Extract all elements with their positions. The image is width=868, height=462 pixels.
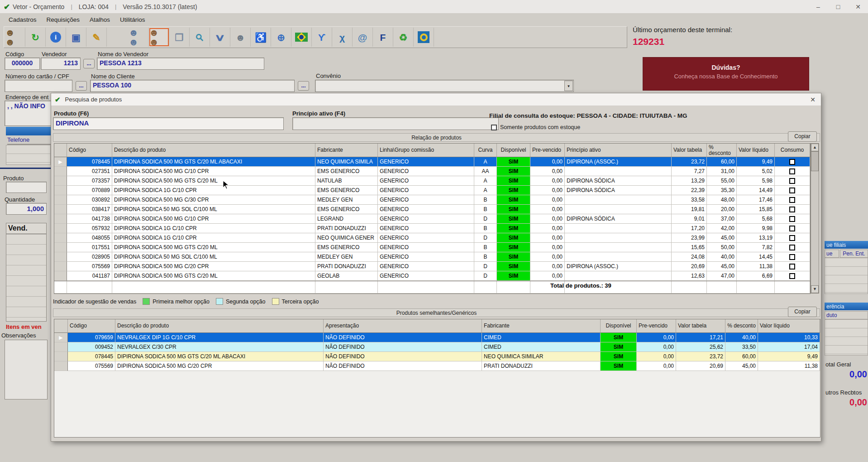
vend-row[interactable] [6,265,46,276]
cell-desc[interactable]: NEVRALGEX C/30 CPR [115,342,324,352]
cell-curva[interactable]: D [474,214,497,224]
cell-prev[interactable]: 0,00 [530,186,565,195]
cell-pdesc[interactable]: 37,00 [707,214,737,224]
cell-princ[interactable] [565,252,672,262]
cell-linha[interactable]: GENERICO [378,214,474,224]
menu-requisições[interactable]: Requisições [42,14,85,25]
cell-ind[interactable] [54,176,67,186]
cell-fab[interactable]: NEO QUIMICA SIMILA [315,157,378,167]
column-header-vtab[interactable]: Valor tabela [672,144,707,157]
recycle-icon[interactable]: ♻ [393,28,414,47]
cell-vliq[interactable]: 9,49 [758,352,820,361]
cell-apres[interactable]: NÃO DEFINIDO [324,342,482,352]
cell-pdesc[interactable]: 40,00 [725,333,758,342]
cell-vtab[interactable]: 23,99 [672,233,707,243]
consumo-checkbox[interactable] [789,273,795,279]
cell-codigo[interactable]: 041738 [67,214,112,224]
column-header-fab[interactable]: Fabricante [315,144,378,157]
minimize-button[interactable]: – [808,0,828,13]
cell-pdesc[interactable]: 60,00 [725,352,758,361]
cell-fab[interactable]: NEO QUIMICA SIMILAR [482,352,601,361]
cell-linha[interactable]: GENERICO [378,176,474,186]
cell-codigo[interactable]: 078445 [67,157,112,167]
cell-cons[interactable] [775,243,810,252]
cell-vtab[interactable]: 25,62 [676,342,725,352]
cell-desc[interactable]: DIPIRONA SODICA 500 MG C/10 CPR [112,214,315,224]
info-icon[interactable]: i [46,28,66,47]
cell-ind[interactable] [54,352,68,361]
similar-row[interactable]: 078445DIPIRONA SODICA 500 MG GTS C/20 ML… [54,352,820,361]
cell-codigo[interactable]: 009452 [68,342,115,352]
brazil-flag-icon[interactable] [291,28,312,47]
save-icon[interactable]: ▣ [66,28,86,47]
product-row[interactable]: 041187DIPIRONA SODICA 500 MG GTS C/20 ML… [54,271,810,281]
cell-linha[interactable]: GENERICO [378,186,474,195]
cell-cons[interactable] [775,262,810,271]
cell-vliq[interactable]: 17,46 [737,195,775,205]
vend-row[interactable] [6,307,46,318]
cell-cons[interactable] [775,176,810,186]
product-row[interactable]: 073357DIPIRONA SODICA 500 MG GTS C/20 ML… [54,176,810,186]
cell-vtab[interactable]: 22,39 [672,186,707,195]
refresh-icon[interactable]: ↻ [25,28,46,47]
cell-princ[interactable] [565,233,672,243]
column-header-pdesc[interactable]: % desconto [707,144,737,157]
cell-curva[interactable]: D [474,262,497,271]
cell-fab[interactable]: EMS GENERICO [315,205,378,214]
cell-vliq[interactable]: 11,38 [737,262,775,271]
cell-prev[interactable]: 0,00 [530,243,565,252]
cell-fab[interactable]: CIMED [482,333,601,342]
cell-vliq[interactable]: 9,49 [737,157,775,167]
product-row[interactable]: 030892DIPIRONA SODICA 500 MG C/30 CPRMED… [54,195,810,205]
book-icon[interactable]: ∨ [210,28,230,47]
cell-prev[interactable]: 0,00 [530,167,565,176]
cell-desc[interactable]: DIPIRONA SODICA 1G C/10 CPR [112,186,315,195]
cell-vtab[interactable]: 13,29 [672,176,707,186]
column-header-fab[interactable]: Fabricante [482,319,601,333]
globe-cart-icon[interactable]: ⊕ [271,28,291,47]
cell-disp[interactable]: SIM [601,352,637,361]
cell-curva[interactable]: D [474,271,497,281]
cell-vtab[interactable]: 9,01 [672,214,707,224]
cell-ind[interactable] [54,233,67,243]
cell-fab[interactable]: PRATI DONADUZZI [315,262,378,271]
cell-linha[interactable]: GENERICO [378,233,474,243]
cartao-cpf-field[interactable] [5,80,72,92]
column-header-desc[interactable]: Descrição do produto [115,319,324,333]
somente-estoque-checkbox[interactable] [491,125,497,130]
cell-cons[interactable] [775,214,810,224]
quantidade-field[interactable]: 1,000 [6,203,47,215]
customers-icon[interactable]: ☻☻ [129,28,149,47]
cell-pdesc[interactable]: 55,00 [707,176,737,186]
column-header-vliq[interactable]: Valor líquido [737,144,775,157]
consumo-checkbox[interactable] [789,226,795,231]
cell-linha[interactable]: GENERICO [378,205,474,214]
cell-prev[interactable]: 0,00 [530,176,565,186]
cell-codigo[interactable]: 078445 [68,352,115,361]
delivery-icon[interactable]: ♿ [251,28,271,47]
cell-pdesc[interactable]: 60,00 [707,157,737,167]
cell-ind[interactable]: ▶ [54,157,67,167]
cell-desc[interactable]: DIPIRONA SODICA 500 MG GTS C/20 ML ABACA… [112,157,315,167]
cell-codigo[interactable]: 017551 [67,243,112,252]
cell-cons[interactable] [775,233,810,243]
cell-fab[interactable]: GEOLAB [315,271,378,281]
vend-row[interactable] [6,297,46,307]
cell-cons[interactable] [775,157,810,167]
consumo-checkbox[interactable] [789,178,795,184]
copiar-button-relacao[interactable]: Copiar [788,131,817,142]
cell-pdesc[interactable]: 48,00 [707,195,737,205]
cell-linha[interactable]: GENERICO [378,243,474,252]
f-logo-icon[interactable]: F [373,28,393,47]
cell-fab[interactable]: CIMED [482,342,601,352]
customers-active-icon[interactable]: ☻☻ [149,28,169,47]
similar-row[interactable]: 075569DIPIRONA SODICA 500 MG C/20 CPRNÃO… [54,361,820,371]
cell-pdesc[interactable]: 50,00 [707,243,737,252]
vend-row[interactable] [6,234,46,245]
cell-linha[interactable]: GENERICO [378,224,474,233]
cell-ind[interactable] [54,262,67,271]
maximize-button[interactable]: □ [828,0,848,13]
cell-apres[interactable]: NÃO DEFINIDO [324,361,482,371]
cell-disp[interactable]: SIM [497,157,530,167]
cell-vtab[interactable]: 19,81 [672,205,707,214]
